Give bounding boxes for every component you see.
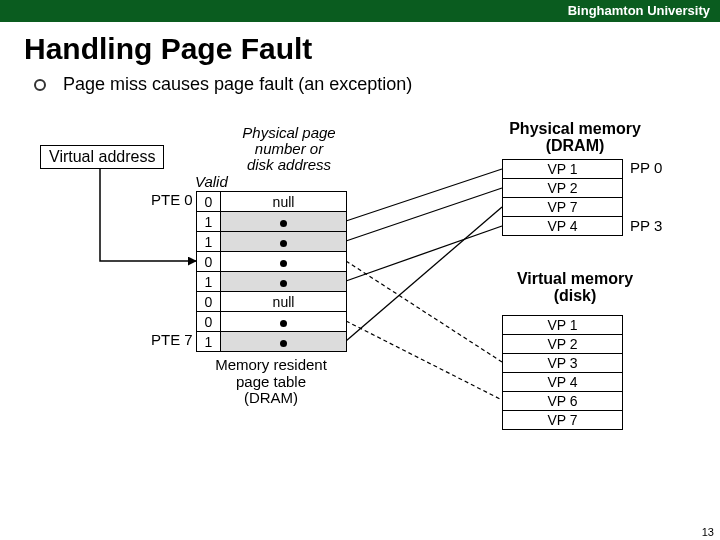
virtual-address-label: Virtual address [49, 148, 155, 165]
virt-mem-cell: VP 6 [503, 392, 623, 411]
bullet-row: Page miss causes page fault (an exceptio… [34, 74, 720, 95]
addr-cell [221, 212, 347, 232]
addr-cell: null [221, 292, 347, 312]
virt-mem-cell: VP 4 [503, 373, 623, 392]
valid-cell: 1 [197, 332, 221, 352]
pointer-dot-icon [280, 280, 287, 287]
row-label-last: PTE 7 [151, 331, 193, 348]
page-table-header-col1: Valid [195, 173, 228, 190]
virtual-address-box: Virtual address [40, 145, 164, 169]
page-table-caption: Memory resident page table (DRAM) [196, 357, 346, 407]
physical-memory-title: Physical memory (DRAM) [500, 121, 650, 155]
addr-cell [221, 332, 347, 352]
valid-cell: 0 [197, 292, 221, 312]
addr-cell: null [221, 192, 347, 212]
page-number: 13 [702, 526, 714, 538]
pointer-dot-icon [280, 220, 287, 227]
virtual-memory-title: Virtual memory (disk) [500, 271, 650, 305]
bullet-text: Page miss causes page fault (an exceptio… [63, 74, 412, 94]
valid-cell: 0 [197, 252, 221, 272]
bullet-ring-icon [34, 79, 46, 91]
page-table-row: 1 [197, 272, 347, 292]
valid-cell: 1 [197, 212, 221, 232]
virt-mem-cell: VP 7 [503, 411, 623, 430]
phys-mem-cell: VP 4 [503, 217, 623, 236]
diagram-stage: Virtual address Physical page number or … [0, 95, 720, 505]
svg-line-5 [346, 321, 502, 400]
pointer-dot-icon [280, 320, 287, 327]
phys-mem-cell: VP 1 [503, 160, 623, 179]
svg-line-2 [346, 207, 502, 341]
pointer-dot-icon [280, 260, 287, 267]
virt-mem-cell: VP 1 [503, 316, 623, 335]
svg-line-3 [346, 226, 502, 281]
header-bar: Binghamton University [0, 0, 720, 22]
page-table-row: 1 [197, 232, 347, 252]
virt-mem-cell: VP 2 [503, 335, 623, 354]
page-table-row: 0 [197, 312, 347, 332]
phys-mem-cell: VP 7 [503, 198, 623, 217]
university-name: Binghamton University [568, 3, 710, 18]
addr-cell [221, 252, 347, 272]
pp3-label: PP 3 [630, 217, 662, 234]
page-table-row: 1 [197, 212, 347, 232]
pointer-dot-icon [280, 340, 287, 347]
svg-line-0 [346, 169, 502, 221]
addr-cell [221, 272, 347, 292]
physical-memory-table: VP 1VP 2VP 7VP 4 [502, 159, 623, 236]
pp0-label: PP 0 [630, 159, 662, 176]
slide-title: Handling Page Fault [24, 32, 720, 66]
valid-cell: 1 [197, 272, 221, 292]
valid-cell: 0 [197, 192, 221, 212]
svg-line-1 [346, 188, 502, 241]
page-table-row: 0null [197, 192, 347, 212]
virtual-memory-table: VP 1VP 2VP 3VP 4VP 6VP 7 [502, 315, 623, 430]
page-table-row: 0 [197, 252, 347, 272]
page-table-header-col2: Physical page number or disk address [214, 125, 364, 172]
addr-cell [221, 232, 347, 252]
phys-mem-cell: VP 2 [503, 179, 623, 198]
page-table-row: 1 [197, 332, 347, 352]
row-label-first: PTE 0 [151, 191, 193, 208]
svg-line-4 [346, 261, 502, 362]
addr-cell [221, 312, 347, 332]
page-table: 0null11010null01 [196, 191, 347, 352]
virt-mem-cell: VP 3 [503, 354, 623, 373]
pointer-dot-icon [280, 240, 287, 247]
page-table-row: 0null [197, 292, 347, 312]
valid-cell: 0 [197, 312, 221, 332]
valid-cell: 1 [197, 232, 221, 252]
